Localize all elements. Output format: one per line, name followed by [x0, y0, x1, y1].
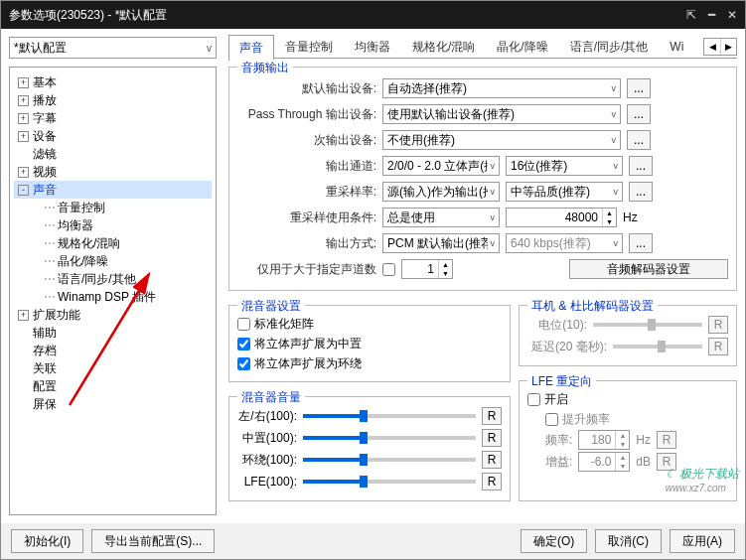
tab-3[interactable]: 规格化/混响 — [401, 34, 486, 60]
tree-item-6[interactable]: -声音 — [14, 181, 212, 199]
tab-bar: 声音音量控制均衡器规格化/混响晶化/降噪语言/同步/其他Wi ◀ ▶ — [228, 35, 737, 59]
audio-decoder-settings-button[interactable]: 音频解码器设置 — [569, 259, 728, 279]
surround-reset[interactable]: R — [482, 451, 502, 469]
bitrate-select[interactable]: 640 kbps(推荐)v — [506, 233, 623, 253]
pot-slider[interactable] — [593, 323, 702, 327]
expand-icon[interactable]: + — [18, 131, 29, 142]
tree-item-18[interactable]: ·屏保 — [14, 395, 212, 413]
chevron-down-icon: v — [611, 187, 619, 197]
close-icon[interactable]: ✕ — [727, 8, 737, 22]
channel-more[interactable]: ... — [629, 156, 653, 176]
lfe-reset[interactable]: R — [482, 473, 502, 490]
tree-item-3[interactable]: +设备 — [14, 127, 212, 145]
expand-icon[interactable]: + — [18, 113, 29, 124]
expand-icon[interactable]: + — [18, 310, 29, 321]
tree-item-12[interactable]: ⋯Winamp DSP 插件 — [14, 288, 212, 306]
mixer-volume-section: 混音器音量 左/右(100):R 中置(100):R 环绕(100):R LFE… — [228, 396, 511, 501]
lfe-redirect-section: LFE 重定向 开启 提升频率 频率:180▲▼HzR 增益:-6.0▲▼dBR — [519, 380, 737, 501]
sample-rate-spinner[interactable]: 48000▲▼ — [506, 208, 617, 227]
only-above-checkbox[interactable] — [382, 263, 395, 276]
gain-spinner[interactable]: -6.0▲▼ — [578, 452, 630, 472]
delay-slider[interactable] — [613, 345, 702, 349]
tree-item-7[interactable]: ⋯音量控制 — [14, 199, 212, 216]
format-more[interactable]: ... — [629, 233, 653, 253]
tree-item-0[interactable]: +基本 — [14, 73, 212, 91]
default-device-more[interactable]: ... — [627, 78, 651, 98]
secondary-device-select[interactable]: 不使用(推荐)v — [382, 130, 621, 150]
lr-reset[interactable]: R — [482, 407, 502, 425]
secondary-device-more[interactable]: ... — [627, 130, 651, 150]
channel-select[interactable]: 2/0/0 - 2.0 立体声(推荐)v — [382, 156, 500, 176]
gain-reset[interactable]: R — [657, 453, 676, 471]
stereo-to-center-check[interactable]: 将立体声扩展为中置 — [237, 334, 502, 353]
spinner-down-icon[interactable]: ▼ — [439, 269, 452, 278]
pot-reset[interactable]: R — [708, 316, 728, 334]
lfe-boost-check[interactable]: 提升频率 — [527, 409, 728, 429]
expand-icon[interactable]: + — [18, 95, 29, 106]
tab-2[interactable]: 均衡器 — [344, 34, 401, 60]
cancel-button[interactable]: 取消(C) — [595, 529, 662, 553]
delay-reset[interactable]: R — [708, 338, 728, 355]
tree-item-13[interactable]: +扩展功能 — [14, 306, 212, 324]
passthrough-select[interactable]: 使用默认输出设备(推荐)v — [382, 104, 621, 124]
quality-select[interactable]: 中等品质(推荐)v — [506, 182, 623, 202]
collapse-icon[interactable]: - — [18, 185, 29, 196]
tree-item-15[interactable]: ·存档 — [14, 342, 212, 359]
tree-item-9[interactable]: ⋯规格化/混响 — [14, 234, 212, 252]
tab-4[interactable]: 晶化/降噪 — [486, 34, 558, 60]
normalize-matrix-check[interactable]: 标准化矩阵 — [237, 314, 502, 334]
tree-item-11[interactable]: ⋯语言/同步/其他 — [14, 270, 212, 288]
tab-5[interactable]: 语言/同步/其他 — [559, 34, 660, 60]
passthrough-more[interactable]: ... — [627, 104, 651, 124]
tab-1[interactable]: 音量控制 — [274, 34, 344, 60]
tree-item-label: 均衡器 — [58, 217, 93, 234]
tree-item-17[interactable]: ·配置 — [14, 377, 212, 395]
tree-item-2[interactable]: +字幕 — [14, 109, 212, 127]
chevron-down-icon: v — [488, 161, 496, 171]
tab-0[interactable]: 声音 — [228, 35, 274, 61]
tree-item-10[interactable]: ⋯晶化/降噪 — [14, 252, 212, 270]
expand-icon[interactable]: + — [18, 167, 29, 178]
tab-6[interactable]: Wi — [659, 35, 694, 58]
tab-scroll-right[interactable]: ▶ — [720, 39, 736, 55]
tree-item-14[interactable]: ·辅助 — [14, 324, 212, 342]
default-device-select[interactable]: 自动选择(推荐)v — [382, 78, 621, 98]
quality-more[interactable]: ... — [629, 182, 653, 202]
minimize-icon[interactable]: ━ — [708, 8, 715, 22]
tree-item-8[interactable]: ⋯均衡器 — [14, 216, 212, 234]
freq-spinner[interactable]: 180▲▼ — [578, 430, 630, 450]
pin-icon[interactable]: ⇱ — [686, 8, 696, 22]
stereo-to-surround-check[interactable]: 将立体声扩展为环绕 — [237, 353, 502, 373]
bits-select[interactable]: 16位(推荐)v — [506, 156, 623, 176]
profile-combo[interactable]: *默认配置 v — [9, 37, 217, 59]
spinner-up-icon[interactable]: ▲ — [603, 209, 616, 217]
tree-item-5[interactable]: +视频 — [14, 163, 212, 181]
section-title: 混音器设置 — [237, 298, 305, 315]
tree-item-4[interactable]: ·滤镜 — [14, 145, 212, 163]
surround-slider[interactable] — [303, 458, 476, 462]
freq-reset[interactable]: R — [657, 431, 676, 449]
apply-button[interactable]: 应用(A) — [670, 529, 735, 553]
export-config-button[interactable]: 导出当前配置(S)... — [91, 529, 215, 553]
expand-icon[interactable]: + — [18, 77, 29, 88]
lr-slider[interactable] — [303, 414, 476, 418]
tree-item-label: 播放 — [33, 92, 57, 109]
center-reset[interactable]: R — [482, 429, 502, 447]
tree-item-label: 音量控制 — [58, 200, 105, 216]
tree-item-1[interactable]: +播放 — [14, 91, 212, 109]
tree-item-label: 设备 — [33, 128, 57, 145]
tree-item-16[interactable]: ·关联 — [14, 359, 212, 377]
output-format-select[interactable]: PCM 默认输出(推荐)v — [382, 233, 500, 253]
resample-cond-select[interactable]: 总是使用v — [382, 208, 500, 227]
tab-scroll-left[interactable]: ◀ — [704, 39, 720, 55]
initialize-button[interactable]: 初始化(I) — [11, 529, 83, 553]
section-title: LFE 重定向 — [527, 373, 596, 390]
resample-select[interactable]: 源(输入)作为输出(推荐)v — [382, 182, 500, 202]
lfe-slider[interactable] — [303, 480, 476, 484]
ok-button[interactable]: 确定(O) — [521, 529, 587, 553]
lfe-enable-check[interactable]: 开启 — [527, 389, 728, 409]
center-slider[interactable] — [303, 436, 476, 440]
only-above-spinner[interactable]: 1▲▼ — [401, 259, 453, 279]
spinner-up-icon[interactable]: ▲ — [439, 260, 452, 269]
spinner-down-icon[interactable]: ▼ — [603, 217, 616, 226]
